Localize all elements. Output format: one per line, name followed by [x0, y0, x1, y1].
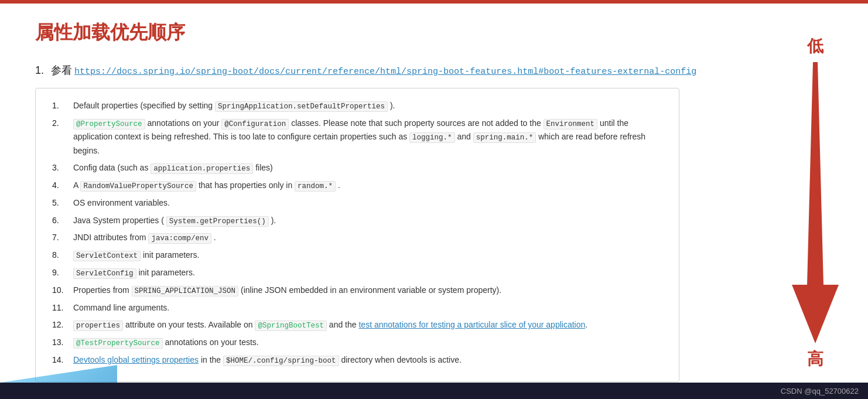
- list-item: 2. @PropertySource annotations on your @…: [52, 117, 662, 158]
- code-setDefaultProperties: SpringApplication.setDefaultProperties: [215, 101, 388, 112]
- properties-list: 1. Default properties (specified by sett…: [52, 99, 662, 367]
- code-application-properties: application.properties: [151, 163, 253, 174]
- code-getProperties: System.getProperties(): [166, 216, 269, 227]
- page-title: 属性加载优先顺序: [35, 20, 845, 46]
- code-RandomValuePropertySource: RandomValuePropertySource: [80, 181, 196, 192]
- item-6-num: 6.: [52, 214, 73, 228]
- code-properties: properties: [73, 320, 123, 331]
- annotation-PropertySource: @PropertySource: [73, 119, 145, 129]
- code-spring-main: spring.main.*: [473, 132, 536, 143]
- code-random: random.*: [295, 181, 336, 192]
- code-Environment: Environment: [544, 119, 598, 129]
- item-14-num: 14.: [52, 353, 73, 367]
- code-ServletContext: ServletContext: [73, 251, 141, 261]
- item-10-content: Properties from SPRING_APPLICATION_JSON …: [73, 284, 662, 298]
- item-9-content: ServletConfig init parameters.: [73, 266, 662, 280]
- list-item: 6. Java System properties ( System.getPr…: [52, 214, 662, 228]
- list-item: 1. Default properties (specified by sett…: [52, 99, 662, 113]
- ref-label: 参看: [51, 63, 72, 77]
- content-box: 1. Default properties (specified by sett…: [35, 88, 679, 382]
- item-4-content: A RandomValuePropertySource that has pro…: [73, 179, 662, 193]
- item-12-content: properties attribute on your tests. Avai…: [73, 318, 662, 332]
- item-1-num: 1.: [52, 99, 73, 113]
- list-item: 13. @TestPropertySource annotations on y…: [52, 336, 662, 350]
- item-1-content: Default properties (specified by setting…: [73, 99, 662, 113]
- item-9-num: 9.: [52, 266, 73, 280]
- item-13-content: @TestPropertySource annotations on your …: [73, 336, 662, 350]
- item-11-content: Command line arguments.: [73, 301, 662, 315]
- item-5-content: OS environment variables.: [73, 196, 662, 210]
- item-2-num: 2.: [52, 117, 73, 131]
- item-4-num: 4.: [52, 179, 73, 193]
- item-7-content: JNDI attributes from java:comp/env .: [73, 231, 662, 245]
- list-item: 7. JNDI attributes from java:comp/env .: [52, 231, 662, 245]
- list-item: 5. OS environment variables.: [52, 196, 662, 210]
- code-ServletConfig: ServletConfig: [73, 268, 136, 279]
- item-8-num: 8.: [52, 248, 73, 262]
- item-5-num: 5.: [52, 196, 73, 210]
- list-item: 3. Config data (such as application.prop…: [52, 161, 662, 175]
- item-13-num: 13.: [52, 336, 73, 350]
- item-7-num: 7.: [52, 231, 73, 245]
- list-item: 11. Command line arguments.: [52, 301, 662, 315]
- annotation-TestPropertySource: @TestPropertySource: [73, 338, 163, 349]
- list-item: 14. Devtools global settings properties …: [52, 353, 662, 367]
- annotation-SpringBootTest: @SpringBootTest: [255, 320, 327, 331]
- item-3-content: Config data (such as application.propert…: [73, 161, 662, 175]
- code-SPRING_APPLICATION_JSON: SPRING_APPLICATION_JSON: [132, 286, 239, 296]
- ref-link[interactable]: https://docs.spring.io/spring-boot/docs/…: [74, 67, 696, 77]
- list-item: 12. properties attribute on your tests. …: [52, 318, 662, 332]
- item-11-num: 11.: [52, 301, 73, 315]
- code-logging: logging.*: [409, 132, 455, 143]
- item-8-content: ServletContext init parameters.: [73, 248, 662, 262]
- item-6-content: Java System properties ( System.getPrope…: [73, 214, 662, 228]
- item-3-num: 3.: [52, 161, 73, 175]
- ref-number: 1.: [35, 64, 44, 77]
- list-item: 4. A RandomValuePropertySource that has …: [52, 179, 662, 193]
- svg-marker-0: [792, 62, 839, 343]
- code-config-spring-boot: $HOME/.config/spring-boot: [223, 356, 339, 366]
- down-arrow-svg: [792, 62, 839, 343]
- list-item: 10. Properties from SPRING_APPLICATION_J…: [52, 284, 662, 298]
- item-14-content: Devtools global settings properties in t…: [73, 353, 662, 367]
- bottom-bar: CSDN @qq_52700622: [0, 383, 868, 399]
- reference-row: 1. 参看 https://docs.spring.io/spring-boot…: [35, 63, 845, 77]
- item-10-num: 10.: [52, 284, 73, 298]
- label-high: 高: [807, 348, 823, 370]
- side-panel: 低 高: [780, 35, 850, 370]
- label-low: 低: [807, 35, 823, 57]
- csdn-watermark: CSDN @qq_52700622: [781, 387, 859, 395]
- code-javaCompEnv: java:comp/env: [148, 233, 211, 244]
- item-12-num: 12.: [52, 318, 73, 332]
- code-Configuration: @Configuration: [221, 119, 289, 129]
- link-devtools[interactable]: Devtools global settings properties: [73, 355, 199, 364]
- link-test-annotations[interactable]: test annotations for testing a particula…: [358, 320, 585, 329]
- item-2-content: @PropertySource annotations on your @Con…: [73, 117, 662, 158]
- list-item: 9. ServletConfig init parameters.: [52, 266, 662, 280]
- list-item: 8. ServletContext init parameters.: [52, 248, 662, 262]
